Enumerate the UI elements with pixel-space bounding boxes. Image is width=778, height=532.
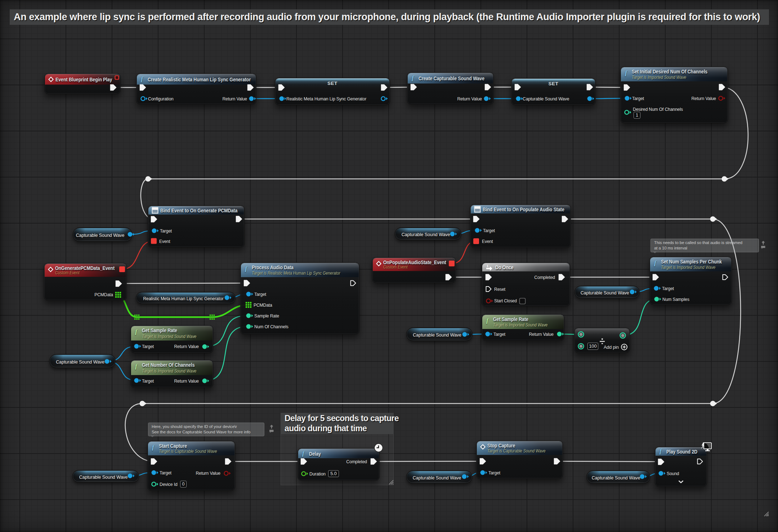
svg-text:1: 1 — [487, 264, 488, 268]
